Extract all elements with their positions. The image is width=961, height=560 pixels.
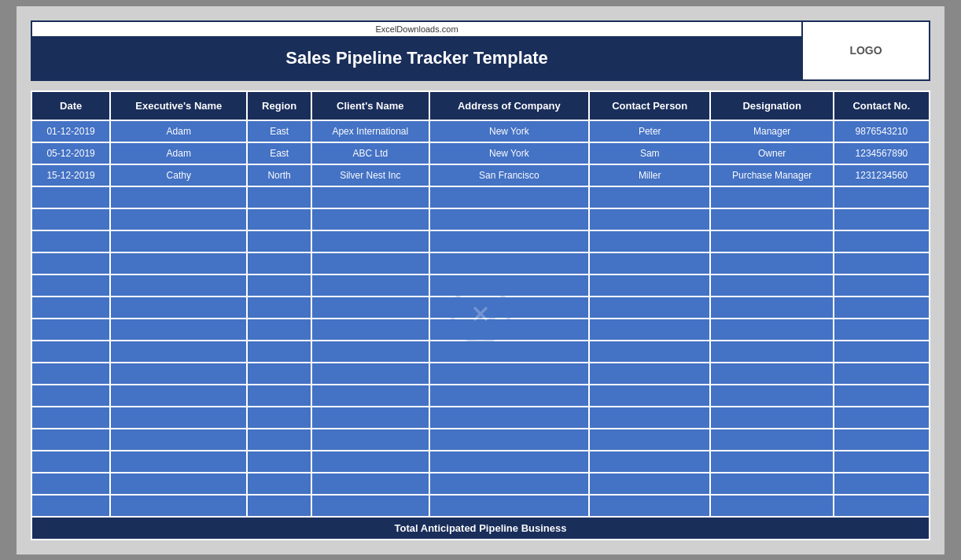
table-cell[interactable] — [710, 274, 833, 297]
table-cell[interactable] — [710, 495, 833, 517]
table-cell[interactable] — [429, 274, 589, 297]
table-cell[interactable] — [429, 407, 589, 429]
table-cell[interactable] — [110, 385, 247, 407]
table-cell[interactable] — [110, 429, 247, 451]
table-cell[interactable] — [589, 429, 711, 451]
table-cell[interactable] — [311, 319, 429, 341]
table-cell[interactable] — [110, 451, 247, 473]
table-cell[interactable] — [429, 341, 589, 363]
table-cell[interactable]: New York — [429, 142, 589, 164]
table-cell[interactable] — [589, 274, 711, 297]
table-cell[interactable]: 01-12-2019 — [31, 120, 110, 142]
table-cell[interactable] — [110, 341, 247, 363]
table-cell[interactable] — [31, 186, 110, 208]
table-cell[interactable] — [834, 208, 930, 230]
table-cell[interactable] — [247, 319, 311, 341]
table-cell[interactable] — [429, 208, 589, 230]
table-cell[interactable] — [110, 407, 247, 429]
table-cell[interactable]: Adam — [110, 142, 247, 164]
table-cell[interactable]: Adam — [110, 120, 247, 142]
table-cell[interactable] — [710, 429, 833, 451]
table-cell[interactable] — [311, 363, 429, 385]
table-cell[interactable] — [31, 429, 110, 451]
table-cell[interactable] — [429, 451, 589, 473]
table-cell[interactable] — [247, 495, 311, 517]
table-cell[interactable] — [247, 341, 311, 363]
table-cell[interactable] — [247, 385, 311, 407]
table-cell[interactable] — [710, 363, 833, 385]
table-cell[interactable] — [110, 230, 247, 252]
table-cell[interactable] — [247, 186, 311, 208]
table-cell[interactable]: San Francisco — [429, 164, 589, 186]
table-cell[interactable] — [110, 274, 247, 297]
table-cell[interactable] — [311, 208, 429, 230]
table-cell[interactable] — [110, 495, 247, 517]
table-cell[interactable] — [710, 319, 833, 341]
table-cell[interactable] — [710, 208, 833, 230]
table-cell[interactable] — [31, 274, 110, 297]
table-cell[interactable] — [31, 363, 110, 385]
table-cell[interactable] — [31, 297, 110, 319]
table-cell[interactable] — [710, 385, 833, 407]
table-cell[interactable] — [247, 451, 311, 473]
table-cell[interactable] — [31, 495, 110, 517]
table-cell[interactable]: Manager — [710, 120, 833, 142]
table-cell[interactable] — [110, 208, 247, 230]
table-cell[interactable]: Purchase Manager — [710, 164, 833, 186]
table-cell[interactable] — [710, 341, 833, 363]
table-cell[interactable]: Apex International — [311, 120, 429, 142]
table-cell[interactable] — [710, 230, 833, 252]
table-cell[interactable] — [311, 230, 429, 252]
table-cell[interactable] — [31, 319, 110, 341]
table-cell[interactable] — [110, 297, 247, 319]
table-cell[interactable] — [311, 274, 429, 297]
table-cell[interactable] — [110, 319, 247, 341]
table-cell[interactable] — [247, 297, 311, 319]
table-cell[interactable] — [429, 252, 589, 274]
table-cell[interactable] — [247, 407, 311, 429]
table-cell[interactable] — [589, 297, 711, 319]
table-cell[interactable] — [589, 407, 711, 429]
table-cell[interactable] — [311, 451, 429, 473]
table-cell[interactable] — [710, 451, 833, 473]
table-cell[interactable] — [247, 473, 311, 495]
table-cell[interactable] — [31, 252, 110, 274]
table-cell[interactable] — [247, 252, 311, 274]
table-cell[interactable] — [110, 473, 247, 495]
table-cell[interactable] — [311, 495, 429, 517]
table-cell[interactable] — [429, 495, 589, 517]
table-cell[interactable]: East — [247, 142, 311, 164]
table-cell[interactable] — [429, 473, 589, 495]
table-cell[interactable] — [110, 363, 247, 385]
table-cell[interactable] — [110, 252, 247, 274]
table-cell[interactable]: Owner — [710, 142, 833, 164]
table-cell[interactable] — [710, 407, 833, 429]
table-cell[interactable]: ABC Ltd — [311, 142, 429, 164]
table-cell[interactable] — [311, 473, 429, 495]
table-cell[interactable] — [834, 230, 930, 252]
table-cell[interactable]: 05-12-2019 — [31, 142, 110, 164]
table-cell[interactable]: 1234567890 — [834, 142, 930, 164]
table-cell[interactable] — [429, 363, 589, 385]
table-cell[interactable] — [31, 385, 110, 407]
table-cell[interactable]: East — [247, 120, 311, 142]
table-cell[interactable] — [31, 341, 110, 363]
table-cell[interactable] — [589, 385, 711, 407]
table-cell[interactable]: 15-12-2019 — [31, 164, 110, 186]
table-cell[interactable] — [834, 495, 930, 517]
table-cell[interactable] — [31, 473, 110, 495]
table-cell[interactable]: Cathy — [110, 164, 247, 186]
table-cell[interactable] — [710, 297, 833, 319]
table-cell[interactable] — [311, 341, 429, 363]
table-cell[interactable] — [589, 341, 711, 363]
table-cell[interactable] — [834, 252, 930, 274]
table-cell[interactable] — [311, 407, 429, 429]
table-cell[interactable] — [429, 319, 589, 341]
table-cell[interactable] — [429, 297, 589, 319]
table-cell[interactable] — [834, 429, 930, 451]
table-cell[interactable] — [589, 186, 711, 208]
table-cell[interactable] — [429, 230, 589, 252]
table-cell[interactable]: 9876543210 — [834, 120, 930, 142]
table-cell[interactable] — [247, 274, 311, 297]
table-cell[interactable] — [589, 252, 711, 274]
